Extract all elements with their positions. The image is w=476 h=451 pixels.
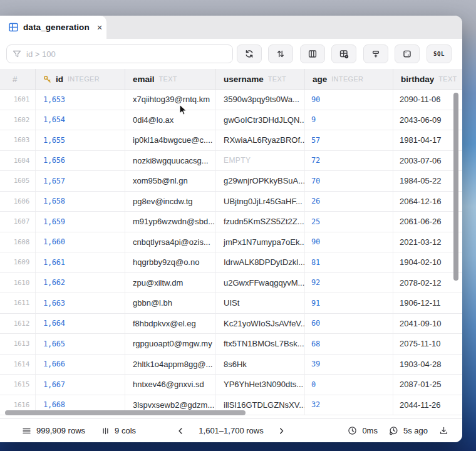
row-number-cell[interactable]: 1603 <box>0 130 36 150</box>
age-cell[interactable]: 90 <box>305 90 393 110</box>
email-cell[interactable]: pg8ev@incdw.tg <box>125 192 216 212</box>
id-cell[interactable]: 1,662 <box>36 273 125 293</box>
header-id[interactable]: id INTEGER <box>36 69 125 89</box>
id-cell[interactable]: 1,667 <box>36 375 125 395</box>
age-cell[interactable]: 92 <box>305 273 393 293</box>
sort-button[interactable] <box>268 44 293 63</box>
vertical-scrollbar[interactable] <box>453 93 458 281</box>
username-cell[interactable]: UISt <box>216 293 305 313</box>
row-number-cell[interactable]: 1614 <box>0 355 36 375</box>
birthday-cell[interactable]: 2087-01-25 <box>393 375 462 395</box>
id-cell[interactable]: 1,666 <box>36 355 125 375</box>
age-cell[interactable]: 90 <box>305 232 393 252</box>
age-cell[interactable]: 70 <box>305 171 393 191</box>
sql-button[interactable]: SQL <box>427 44 452 63</box>
row-number-cell[interactable]: 1607 <box>0 212 36 232</box>
email-cell[interactable]: hntxev46@gnxvi.sd <box>125 375 216 395</box>
username-cell[interactable]: RXwiaAL6RyazBROf... <box>216 130 305 150</box>
id-cell[interactable]: 1,660 <box>36 232 125 252</box>
age-cell[interactable]: 9 <box>305 110 393 130</box>
filter-input[interactable] <box>6 44 233 63</box>
birthday-cell[interactable]: 1904-02-10 <box>393 252 462 272</box>
email-cell[interactable]: xom95b@nl.gn <box>125 171 216 191</box>
age-cell[interactable]: 57 <box>305 130 393 150</box>
add-filter-button[interactable] <box>363 44 388 63</box>
id-cell[interactable]: 1,665 <box>36 334 125 354</box>
row-number-cell[interactable]: 1609 <box>0 252 36 272</box>
age-cell[interactable]: 0 <box>305 375 393 395</box>
email-cell[interactable]: ip0kl1a4bwgcue@c.... <box>125 130 216 150</box>
username-cell[interactable]: YP6YhHet3N090dts... <box>216 375 305 395</box>
birthday-cell[interactable]: 2044-11-26 <box>393 395 462 415</box>
row-number-cell[interactable]: 1613 <box>0 334 36 354</box>
row-number-cell[interactable]: 1604 <box>0 151 36 171</box>
birthday-cell[interactable]: 2003-07-06 <box>393 151 462 171</box>
username-cell[interactable]: u2GwxFFwaqgqyvM... <box>216 273 305 293</box>
age-cell[interactable]: 91 <box>305 293 393 313</box>
username-cell[interactable]: EMPTY <box>216 151 305 171</box>
table-settings-button[interactable] <box>331 44 356 63</box>
age-cell[interactable]: 26 <box>305 192 393 212</box>
email-cell[interactable]: nozki8wgquucacsg... <box>125 151 216 171</box>
row-number-cell[interactable]: 1608 <box>0 232 36 252</box>
next-page-button[interactable] <box>277 427 286 435</box>
birthday-cell[interactable]: 2090-11-06 <box>393 90 462 110</box>
birthday-cell[interactable]: 2021-03-12 <box>393 232 462 252</box>
age-cell[interactable]: 68 <box>305 334 393 354</box>
tab-data-generation[interactable]: data_generation × <box>0 16 106 39</box>
id-cell[interactable]: 1,663 <box>36 293 125 313</box>
id-cell[interactable]: 1,658 <box>36 192 125 212</box>
random-button[interactable] <box>395 44 420 63</box>
id-cell[interactable]: 1,657 <box>36 171 125 191</box>
id-cell[interactable]: 1,654 <box>36 110 125 130</box>
email-cell[interactable]: 2hltk1o4appm8gg@... <box>125 355 216 375</box>
birthday-cell[interactable]: 1906-12-11 <box>393 293 462 313</box>
username-cell[interactable]: fzudn5KmSZS5Zt2Z... <box>216 212 305 232</box>
username-cell[interactable]: ftx5TN1BMOsL7Bsk... <box>216 334 305 354</box>
prev-page-button[interactable] <box>176 427 185 435</box>
username-cell[interactable]: Kc21yoWIoSJsAVfeV... <box>216 314 305 334</box>
row-number-cell[interactable]: 1605 <box>0 171 36 191</box>
birthday-cell[interactable]: 2078-02-12 <box>393 273 462 293</box>
birthday-cell[interactable]: 1981-04-17 <box>393 130 462 150</box>
birthday-cell[interactable]: 2061-06-26 <box>393 212 462 232</box>
birthday-cell[interactable]: 1903-04-28 <box>393 355 462 375</box>
username-cell[interactable]: 3590w3pqy9ts0Wa... <box>216 90 305 110</box>
refresh-button[interactable] <box>237 44 262 63</box>
row-number-cell[interactable]: 1602 <box>0 110 36 130</box>
id-cell[interactable]: 1,653 <box>36 90 125 110</box>
username-cell[interactable]: jmPx1N7umypa7oEk... <box>216 232 305 252</box>
age-cell[interactable]: 72 <box>305 151 393 171</box>
email-cell[interactable]: 0di4@lo.ax <box>125 110 216 130</box>
row-number-cell[interactable]: 1612 <box>0 314 36 334</box>
horizontal-scrollbar[interactable] <box>5 410 246 415</box>
birthday-cell[interactable]: 2041-09-10 <box>393 314 462 334</box>
row-number-cell[interactable]: 1615 <box>0 375 36 395</box>
id-cell[interactable]: 1,664 <box>36 314 125 334</box>
tab-close-icon[interactable]: × <box>97 23 103 32</box>
age-cell[interactable]: 81 <box>305 252 393 272</box>
username-cell[interactable]: gwGoICtr3DHdJLQN... <box>216 110 305 130</box>
email-cell[interactable]: hqgrbby9zq@o.no <box>125 252 216 272</box>
birthday-cell[interactable]: 2075-11-10 <box>393 334 462 354</box>
username-cell[interactable]: UBjtng0JjLr45GaHF... <box>216 192 305 212</box>
id-cell[interactable]: 1,656 <box>36 151 125 171</box>
username-cell[interactable]: IdrwALK8DPDytDzkl... <box>216 252 305 272</box>
birthday-cell[interactable]: 2043-06-09 <box>393 110 462 130</box>
id-cell[interactable]: 1,661 <box>36 252 125 272</box>
header-age[interactable]: age INTEGER <box>305 69 393 89</box>
birthday-cell[interactable]: 1984-05-22 <box>393 171 462 191</box>
email-cell[interactable]: zpu@xiltw.dm <box>125 273 216 293</box>
email-cell[interactable]: gbbn@l.bh <box>125 293 216 313</box>
id-cell[interactable]: 1,655 <box>36 130 125 150</box>
age-cell[interactable]: 60 <box>305 314 393 334</box>
header-birthday[interactable]: birthday TEXT <box>393 69 462 89</box>
email-cell[interactable]: x7qiihtog39@rntq.km <box>125 90 216 110</box>
id-cell[interactable]: 1,659 <box>36 212 125 232</box>
row-number-cell[interactable]: 1601 <box>0 90 36 110</box>
age-cell[interactable]: 39 <box>305 355 393 375</box>
header-username[interactable]: username TEXT <box>216 69 305 89</box>
email-cell[interactable]: cnbqtlyrsa4pi@ozis... <box>125 232 216 252</box>
username-cell[interactable]: g29wnjrOPKkyBSuA... <box>216 171 305 191</box>
row-number-cell[interactable]: 1611 <box>0 293 36 313</box>
